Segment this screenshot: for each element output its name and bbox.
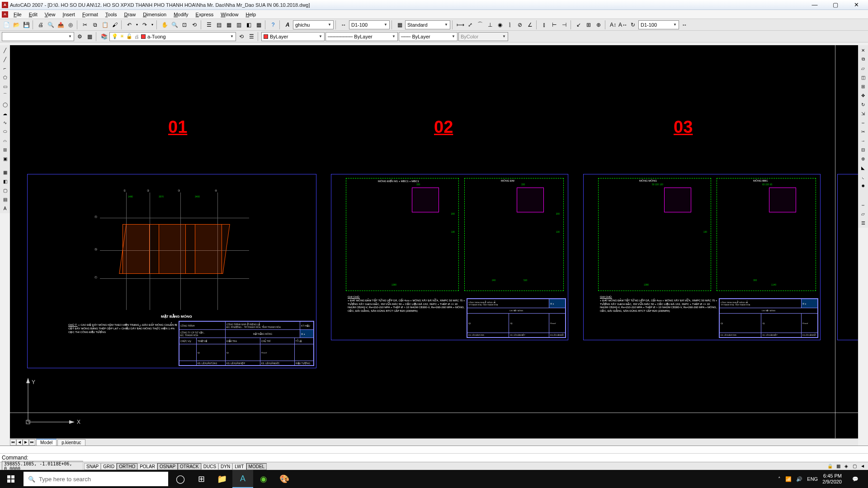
xline-button[interactable]: ╱ <box>1 55 9 63</box>
layer-combo[interactable]: 💡☀🔓🖨 a-Tuong▼ <box>109 32 236 41</box>
menu-file[interactable]: File <box>10 11 25 18</box>
status-toggle-ortho[interactable]: ORTHO <box>117 463 137 470</box>
tablestyle-combo[interactable]: Standard▼ <box>405 20 450 29</box>
textstyle-combo[interactable]: ghichu▼ <box>293 20 334 29</box>
distance-button[interactable]: ↔ <box>859 201 867 209</box>
menu-help[interactable]: Help <box>242 11 259 18</box>
status-grid-icon[interactable]: ▦ <box>835 463 842 470</box>
ellipse-arc-button[interactable]: ⌓ <box>1 136 9 145</box>
undo-dropdown[interactable]: ▾ <box>135 20 139 29</box>
dimtedit-button[interactable]: A↔ <box>618 20 627 29</box>
start-button[interactable] <box>0 470 22 488</box>
pan-button[interactable]: ✋ <box>160 20 169 29</box>
break-button[interactable]: ⊟ <box>859 145 867 154</box>
cut-button[interactable]: ✂ <box>80 20 90 29</box>
ellipse-button[interactable]: ⬭ <box>1 127 9 136</box>
scale-button[interactable]: ⇲ <box>859 109 867 117</box>
menu-window[interactable]: Window <box>217 11 242 18</box>
status-snap-icon[interactable]: ◈ <box>843 463 850 470</box>
designcenter-button[interactable]: ▤ <box>214 20 223 29</box>
trim-button[interactable]: ✂ <box>859 127 867 136</box>
volume-icon[interactable]: 🔊 <box>796 476 802 482</box>
polyline-button[interactable]: ⌐ <box>1 64 9 72</box>
menu-express[interactable]: Express <box>192 11 217 18</box>
dimupdate-button[interactable]: ↻ <box>628 20 637 29</box>
insert-block-button[interactable]: ⊞ <box>1 145 9 154</box>
tab-first-button[interactable]: ⏮ <box>10 439 16 446</box>
clock[interactable]: 6:45 PM 2/9/2020 <box>822 473 842 485</box>
layer-manager-button[interactable]: 📚 <box>99 32 108 41</box>
status-model-icon[interactable]: 🔒 <box>826 463 834 470</box>
area-button[interactable]: ▱ <box>859 210 867 218</box>
command-input[interactable] <box>32 455 866 461</box>
dimscale-combo[interactable]: D1-100▼ <box>638 20 679 29</box>
status-toggle-grid[interactable]: GRID <box>101 463 117 470</box>
dimstyle-update-button[interactable]: ↔ <box>680 20 689 29</box>
explorer-taskbar-icon[interactable]: 📁 <box>212 470 232 488</box>
dim-continue-button[interactable]: ⊣ <box>560 20 569 29</box>
chamfer-button[interactable]: ◣ <box>859 164 867 172</box>
tab-pkientruc[interactable]: p.kientruc <box>57 439 85 446</box>
redo-button[interactable]: ↷ <box>140 20 149 29</box>
lineweight-combo[interactable]: ───ByLayer▼ <box>399 32 458 41</box>
rotate-button[interactable]: ↻ <box>859 100 867 108</box>
menu-view[interactable]: View <box>41 11 59 18</box>
array-button[interactable]: ⊞ <box>859 82 867 90</box>
tablestyle-button[interactable]: ▦ <box>395 20 404 29</box>
action-center-button[interactable]: 💬 <box>846 476 864 482</box>
minimize-button[interactable]: — <box>805 0 825 9</box>
copy-button[interactable]: ⧉ <box>90 20 99 29</box>
command-history[interactable] <box>0 446 868 454</box>
dimstyle-button[interactable]: ↔ <box>339 20 348 29</box>
close-button[interactable]: ✕ <box>846 0 866 9</box>
erase-button[interactable]: ✕ <box>859 46 867 54</box>
paint-taskbar-icon[interactable]: 🎨 <box>274 470 295 488</box>
move-button[interactable]: ✥ <box>859 91 867 99</box>
dim-angular-button[interactable]: ∠ <box>525 20 534 29</box>
menu-modify[interactable]: Modify <box>170 11 192 18</box>
dim-diameter-button[interactable]: ⊘ <box>515 20 524 29</box>
search-box[interactable]: 🔍 Type here to search <box>24 472 168 486</box>
markup-button[interactable]: ◧ <box>244 20 253 29</box>
language-indicator[interactable]: ENG <box>807 476 818 482</box>
3dwf-button[interactable]: ◎ <box>66 20 75 29</box>
menu-insert[interactable]: Insert <box>59 11 79 18</box>
polygon-button[interactable]: ⬠ <box>1 73 9 81</box>
autocad-taskbar-icon[interactable]: A <box>232 470 253 488</box>
zoom-window-button[interactable]: ⊡ <box>180 20 189 29</box>
make-block-button[interactable]: ▣ <box>1 155 9 163</box>
region-button[interactable]: ▢ <box>1 186 9 194</box>
dim-aligned-button[interactable]: ⤢ <box>466 20 475 29</box>
menu-dimension[interactable]: Dimension <box>139 11 170 18</box>
status-toggle-polar[interactable]: POLAR <box>137 463 157 470</box>
dimstyle-combo[interactable]: D1-100▼ <box>349 20 390 29</box>
plotstyle-combo[interactable]: ByColor▼ <box>458 32 508 41</box>
dim-radius-button[interactable]: ◉ <box>495 20 505 29</box>
workspace-settings-button[interactable]: ⚙ <box>75 32 84 41</box>
menu-tools[interactable]: Tools <box>102 11 121 18</box>
match-props-button[interactable]: 🖌 <box>110 20 119 29</box>
zoom-previous-button[interactable]: ⟲ <box>190 20 199 29</box>
spline-button[interactable]: ∿ <box>1 118 9 127</box>
mtext-button[interactable]: A <box>1 204 9 212</box>
hatch-button[interactable]: ▦ <box>1 168 9 176</box>
utorrent-taskbar-icon[interactable]: ◉ <box>253 470 274 488</box>
linetype-combo[interactable]: ────────ByLayer▼ <box>326 32 398 41</box>
status-clean-icon[interactable]: ▢ <box>851 463 858 470</box>
dim-leader-button[interactable]: ↙ <box>574 20 583 29</box>
join-button[interactable]: ⊕ <box>859 155 867 163</box>
new-button[interactable]: 📄 <box>2 20 11 29</box>
status-toggle-lwt[interactable]: LWT <box>232 463 246 470</box>
tab-next-button[interactable]: ▶ <box>23 439 29 446</box>
plot-button[interactable]: 🖨 <box>36 20 45 29</box>
rectangle-button[interactable]: ▭ <box>1 82 9 90</box>
paste-button[interactable]: 📋 <box>100 20 109 29</box>
centermark-button[interactable]: ⊕ <box>594 20 603 29</box>
line-button[interactable]: ╱ <box>1 46 9 54</box>
status-toggle-osnap[interactable]: OSNAP <box>157 463 178 470</box>
layer-states-button[interactable]: ☰ <box>247 32 256 41</box>
quickcalc-button[interactable]: ▦ <box>254 20 263 29</box>
plot-preview-button[interactable]: 🔍 <box>46 20 55 29</box>
offset-button[interactable]: ◫ <box>859 73 867 81</box>
status-toggle-ducs[interactable]: DUCS <box>201 463 218 470</box>
